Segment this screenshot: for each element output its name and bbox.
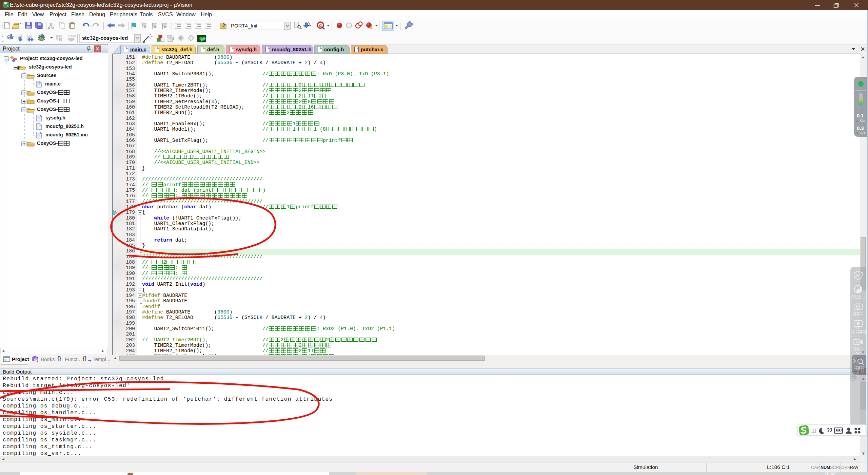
svg-text:?: ? xyxy=(35,358,37,362)
svg-text:d: d xyxy=(319,23,322,28)
svg-text:LOAD: LOAD xyxy=(68,34,76,38)
svg-text:x: x xyxy=(370,25,373,30)
